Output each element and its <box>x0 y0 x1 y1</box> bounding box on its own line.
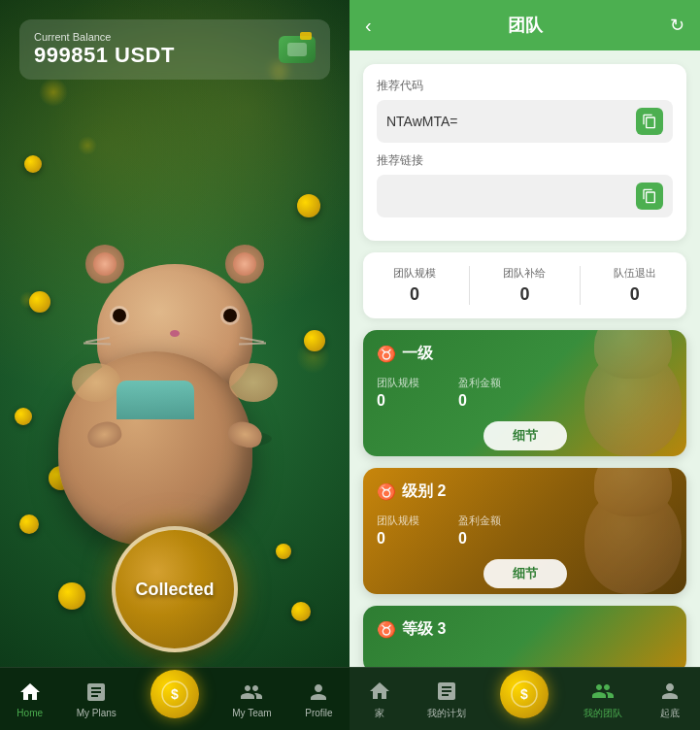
cheek-right <box>229 363 278 402</box>
hamster-nose <box>170 330 180 337</box>
right-nav-label-home: 家 <box>375 707 384 720</box>
whisker <box>239 342 266 344</box>
stat-team-size: 团队规模 0 <box>393 266 436 305</box>
level-2-profit-label: 盈利金额 <box>458 514 501 528</box>
level-2-name: 级别 2 <box>402 481 446 502</box>
taurus-icon-2: ♉ <box>377 482 396 501</box>
nav-label-team: My Team <box>232 708 271 718</box>
svg-text:$: $ <box>171 686 179 702</box>
level-3-title: ♉ 等级 3 <box>377 619 673 640</box>
stats-row: 团队规模 0 团队补给 0 队伍退出 0 <box>363 252 686 318</box>
referral-code-input[interactable] <box>386 114 636 129</box>
referral-link-input[interactable] <box>386 188 636 204</box>
nav-label-profile: Profile <box>305 708 332 718</box>
balance-card: Current Balance 999851 USDT <box>19 19 330 80</box>
coin-decoration <box>297 194 320 217</box>
nav-item-plans[interactable]: My Plans <box>77 680 117 718</box>
right-team-icon <box>590 679 616 704</box>
right-nav-item-coin[interactable]: $ <box>500 670 549 728</box>
stat-team-bonus-value: 0 <box>519 284 529 305</box>
level-1-team-size-label: 团队规模 <box>377 376 419 390</box>
stat-team-exit-label: 队伍退出 <box>614 266 656 281</box>
copy-icon <box>642 188 657 204</box>
collected-label: Collected <box>135 580 214 600</box>
stat-team-exit-value: 0 <box>630 284 640 305</box>
left-navigation: Home My Plans $ My <box>0 667 350 730</box>
hamster-vest <box>117 381 194 419</box>
level-2-detail-button[interactable]: 细节 <box>483 559 567 588</box>
refresh-button[interactable]: ↻ <box>655 15 684 36</box>
stat-team-size-label: 团队规模 <box>393 266 436 281</box>
stat-team-bonus-label: 团队补给 <box>503 266 546 281</box>
level-1-name: 一级 <box>402 344 433 364</box>
level-2-title: ♉ 级别 2 <box>377 481 673 502</box>
hamster-container: Collected <box>39 245 311 652</box>
copy-code-button[interactable] <box>636 108 663 135</box>
copy-link-button[interactable] <box>636 182 663 210</box>
stat-team-size-value: 0 <box>410 284 419 305</box>
whisker <box>83 342 111 344</box>
level-1-profit: 盈利金额 0 <box>458 376 501 410</box>
level-3-name: 等级 3 <box>402 619 446 640</box>
nav-item-team[interactable]: My Team <box>232 680 271 718</box>
level-1-team-size: 团队规模 0 <box>377 376 419 410</box>
level-2-profit-value: 0 <box>458 530 501 548</box>
right-nav-item-team[interactable]: 我的团队 <box>583 679 622 720</box>
taurus-icon-3: ♉ <box>377 620 396 639</box>
right-nav-label-team: 我的团队 <box>583 707 622 720</box>
right-panel: ‹ 团队 ↻ 推荐代码 推荐链接 <box>350 0 700 730</box>
right-profile-icon <box>657 679 683 704</box>
level-2-team-size-value: 0 <box>377 530 419 548</box>
hamster-eye-right <box>223 309 237 322</box>
level-1-detail-button[interactable]: 细节 <box>483 421 567 450</box>
wallet-toggle <box>300 32 312 40</box>
balance-amount: 999851 USDT <box>34 43 175 68</box>
coin-decoration <box>19 514 39 534</box>
level-2-team-size: 团队规模 0 <box>377 514 419 548</box>
referral-card: 推荐代码 推荐链接 <box>363 64 686 241</box>
stat-divider-1 <box>469 266 470 305</box>
taurus-icon-1: ♉ <box>377 345 396 363</box>
right-nav-label-plans: 我的计划 <box>427 707 466 720</box>
stat-divider-2 <box>580 266 581 305</box>
nav-item-home[interactable]: Home <box>17 680 43 718</box>
right-header: ‹ 团队 ↻ <box>350 0 700 50</box>
code-label: 推荐代码 <box>377 78 673 94</box>
right-center-coin[interactable]: $ <box>500 670 549 718</box>
coin-decoration <box>15 408 32 425</box>
level-card-2: ♉ 级别 2 团队规模 0 盈利金额 0 细节 <box>363 468 686 594</box>
hamster-image <box>58 245 291 546</box>
right-nav-item-home[interactable]: 家 <box>367 679 392 720</box>
cheek-left <box>72 363 120 402</box>
copy-icon <box>642 114 657 129</box>
team-icon <box>239 680 264 705</box>
level-card-3-content: ♉ 等级 3 <box>363 606 686 665</box>
balance-info: Current Balance 999851 USDT <box>34 31 175 68</box>
stat-team-bonus: 团队补给 0 <box>503 266 546 305</box>
level-card-1: ♉ 一级 团队规模 0 盈利金额 0 细节 <box>363 330 686 456</box>
profile-icon <box>306 680 331 705</box>
balance-label: Current Balance <box>34 31 175 43</box>
left-panel: Current Balance 999851 USDT <box>0 0 350 730</box>
collected-button[interactable]: Collected <box>112 526 238 652</box>
hamster-eye-left <box>113 309 126 322</box>
right-nav-item-plans[interactable]: 我的计划 <box>427 679 466 720</box>
level-card-1-content: ♉ 一级 团队规模 0 盈利金额 0 细节 <box>363 330 686 456</box>
level-2-stats: 团队规模 0 盈利金额 0 <box>377 514 673 548</box>
nav-item-profile[interactable]: Profile <box>305 680 332 718</box>
level-2-profit: 盈利金额 0 <box>458 514 501 548</box>
right-coin-icon: $ <box>510 680 539 709</box>
stat-team-exit: 队伍退出 0 <box>614 266 656 305</box>
code-input-row <box>377 100 673 143</box>
hamster-inner-ear-right <box>233 252 256 276</box>
level-1-team-size-value: 0 <box>377 392 419 410</box>
header-title: 团队 <box>508 14 543 37</box>
wallet-icon[interactable] <box>279 36 316 63</box>
plans-icon <box>83 680 109 705</box>
nav-item-coin[interactable]: $ <box>150 670 199 728</box>
right-nav-item-profile[interactable]: 起底 <box>657 679 683 720</box>
nav-label-home: Home <box>17 708 43 718</box>
back-button[interactable]: ‹ <box>365 15 394 37</box>
center-coin-button[interactable]: $ <box>150 670 199 718</box>
level-2-team-size-label: 团队规模 <box>377 514 419 528</box>
